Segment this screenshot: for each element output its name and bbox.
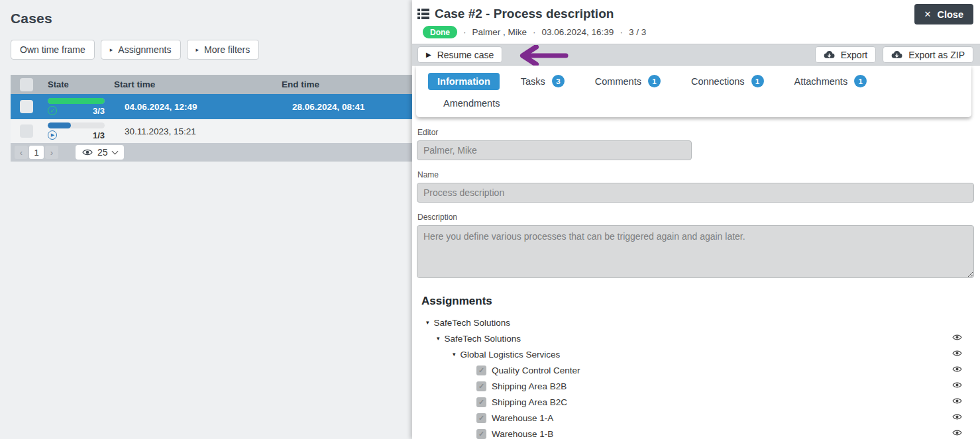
table-row-selected[interactable]: ✓ 3/3 04.06.2024, 12:49 28.06.2024, 08:4…: [11, 94, 412, 119]
select-all-checkbox[interactable]: [20, 78, 33, 91]
close-icon: ✕: [924, 9, 932, 19]
end-time-value: 28.06.2024, 08:41: [282, 102, 412, 112]
close-button[interactable]: ✕ Close: [914, 4, 973, 24]
close-label: Close: [938, 9, 964, 20]
tab-count-badge: 1: [648, 75, 661, 87]
tab-label: Information: [437, 76, 490, 87]
tree-node-label: Warehouse 1-B: [492, 429, 553, 439]
meta-separator: ·: [620, 27, 623, 37]
row-checkbox[interactable]: [20, 100, 33, 113]
table-footer: ‹ 1 › 25: [11, 143, 412, 162]
eye-icon[interactable]: [952, 413, 962, 420]
description-field[interactable]: Here you define various processes that c…: [417, 225, 974, 278]
checked-checkbox[interactable]: ✓: [476, 366, 486, 375]
tree-node-org[interactable]: ▾ SafeTech Solutions: [417, 330, 974, 346]
assignments-filter-button[interactable]: ▸ Assignments: [101, 40, 181, 60]
tab-comments[interactable]: Comments 1: [586, 72, 670, 91]
assignments-filter-label: Assignments: [118, 44, 171, 55]
checked-checkbox[interactable]: ✓: [476, 397, 486, 407]
cases-table: State Start time End time ✓ 3/3 04.06.20…: [11, 75, 412, 162]
tree-node-leaf[interactable]: ✓ Quality Control Center: [417, 362, 974, 378]
status-badge: Done: [423, 26, 457, 38]
more-filters-label: More filters: [204, 44, 250, 55]
collapse-arrow-icon[interactable]: ▾: [437, 335, 440, 342]
export-button[interactable]: Export: [815, 46, 876, 63]
checked-checkbox[interactable]: ✓: [476, 429, 486, 439]
tab-count-badge: 1: [854, 75, 867, 87]
expander-triangle-icon: ▸: [110, 46, 113, 53]
tree-node-leaf[interactable]: ✓ Shipping Area B2B: [417, 378, 974, 394]
tab-label: Amendments: [443, 98, 500, 109]
case-title: Case #2 - Process description: [435, 7, 614, 21]
checked-checkbox[interactable]: ✓: [476, 381, 486, 391]
annotation-arrow-icon: [517, 45, 570, 66]
eye-icon: [82, 148, 93, 156]
export-zip-label: Export as ZIP: [908, 50, 965, 60]
status-done-icon: ✓: [48, 106, 57, 115]
tree-node-label: Global Logistics Services: [461, 350, 561, 360]
page-size-value: 25: [97, 147, 108, 158]
case-progress: 3 / 3: [629, 27, 646, 37]
assignments-heading: Assignments: [421, 295, 974, 308]
start-time-value: 04.06.2024, 12:49: [114, 102, 282, 112]
tree-node-label: Shipping Area B2B: [492, 381, 567, 391]
state-cell: ✓ 3/3: [48, 98, 105, 116]
eye-icon[interactable]: [952, 334, 962, 341]
cloud-download-icon: [824, 50, 835, 59]
tab-tasks[interactable]: Tasks 3: [512, 72, 574, 91]
resume-case-button[interactable]: ▶ Resume case: [417, 46, 502, 63]
eye-icon[interactable]: [952, 381, 962, 389]
tree-node-leaf[interactable]: ✓ Warehouse 1-A: [417, 410, 974, 426]
editor-field[interactable]: [417, 140, 692, 160]
name-field[interactable]: [417, 183, 974, 203]
resume-case-label: Resume case: [437, 50, 494, 60]
name-label: Name: [417, 170, 974, 179]
eye-icon[interactable]: [952, 397, 962, 405]
eye-icon[interactable]: [952, 350, 962, 357]
own-time-frame-button[interactable]: Own time frame: [11, 40, 95, 60]
more-filters-button[interactable]: ▸ More filters: [187, 40, 260, 60]
tree-node-org[interactable]: ▾ Global Logistics Services: [417, 346, 974, 362]
tab-attachments[interactable]: Attachments 1: [785, 72, 877, 91]
eye-icon[interactable]: [952, 429, 962, 436]
case-detail-panel: Case #2 - Process description ✕ Close Do…: [412, 0, 980, 439]
play-icon: ▶: [426, 51, 431, 58]
row-checkbox[interactable]: [20, 124, 33, 138]
assignments-tree: ▾ SafeTech Solutions ▾ SafeTech Solution…: [417, 315, 974, 439]
information-form: Editor Name Description Here you define …: [412, 117, 980, 439]
tree-node-leaf[interactable]: ✓ Shipping Area B2C: [417, 394, 974, 410]
case-editor-name: Palmer , Mike: [472, 27, 527, 37]
collapse-arrow-icon[interactable]: ▾: [426, 319, 429, 326]
progress-count: 3/3: [93, 106, 105, 116]
tree-node-label: SafeTech Solutions: [445, 334, 521, 344]
chevron-down-icon: [111, 148, 118, 154]
eye-icon[interactable]: [952, 366, 962, 373]
tree-node-leaf[interactable]: ✓ Warehouse 1-B: [417, 426, 974, 439]
pagination-prev-button[interactable]: ‹: [15, 146, 28, 159]
pagination-next-button[interactable]: ›: [45, 146, 58, 159]
column-header-start-time: Start time: [114, 79, 282, 89]
tab-information[interactable]: Information: [428, 73, 500, 90]
tree-node-label: Warehouse 1-A: [492, 413, 553, 423]
case-meta-row: Done · Palmer , Mike · 03.06.2024, 16:39…: [423, 26, 973, 38]
tab-label: Attachments: [794, 76, 848, 87]
export-label: Export: [841, 50, 867, 60]
detail-header: Case #2 - Process description ✕ Close Do…: [412, 0, 980, 38]
checked-checkbox[interactable]: ✓: [476, 413, 486, 423]
editor-label: Editor: [417, 128, 974, 137]
case-date: 03.06.2024, 16:39: [542, 27, 614, 37]
tab-label: Tasks: [521, 76, 545, 87]
tab-label: Connections: [691, 76, 745, 87]
column-header-end-time: End time: [282, 79, 412, 89]
case-list-icon: [417, 9, 429, 19]
own-time-frame-label: Own time frame: [20, 44, 85, 55]
tab-bar: Information Tasks 3 Comments 1 Connectio…: [416, 66, 971, 117]
pagination-current-page[interactable]: 1: [29, 146, 44, 159]
export-zip-button[interactable]: Export as ZIP: [883, 46, 973, 63]
tab-connections[interactable]: Connections 1: [682, 72, 773, 91]
page-size-select[interactable]: 25: [76, 145, 124, 160]
collapse-arrow-icon[interactable]: ▾: [453, 351, 456, 358]
table-row[interactable]: ▶ 1/3 30.11.2023, 15:21: [11, 119, 412, 143]
tree-node-org[interactable]: ▾ SafeTech Solutions: [417, 315, 974, 330]
tab-amendments[interactable]: Amendments: [434, 95, 509, 112]
